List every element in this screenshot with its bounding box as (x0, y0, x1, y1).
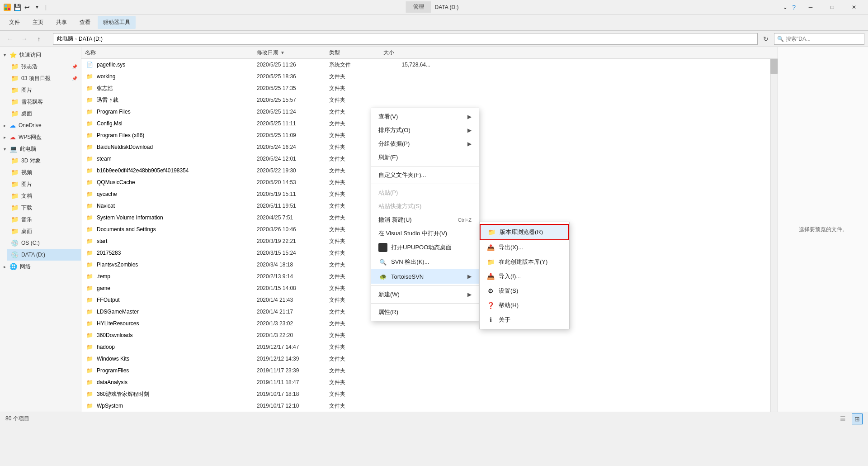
table-row[interactable]: 📁WpSystem2019/10/17 12:10文件夹 (81, 400, 778, 412)
sidebar-item-thispc[interactable]: ▾ 💻 此电脑 (0, 143, 81, 155)
ctx-sep2 (371, 184, 479, 184)
col-header-date[interactable]: 修改日期 ▼ (257, 49, 329, 57)
submenu-help[interactable]: ❓ 帮助(H) (480, 298, 569, 313)
submenu-repo-browser[interactable]: 📁 版本库浏览器(R) (480, 224, 569, 240)
sidebar-label-doc: 文档 (21, 192, 32, 200)
sidebar-item-network[interactable]: ▸ 🌐 网络 (0, 261, 81, 272)
menu-file[interactable]: 文件 (4, 16, 25, 29)
col-header-size[interactable]: 大小 (383, 49, 438, 57)
sidebar-item-project[interactable]: 📁 03 项目日报 📌 (7, 72, 81, 84)
file-type: 文件夹 (329, 402, 383, 410)
file-date: 2020/5/20 14:53 (257, 179, 329, 185)
menu-home[interactable]: 主页 (27, 16, 49, 29)
help-icon[interactable]: ? (792, 4, 796, 11)
ctx-paste[interactable]: 粘贴(P) (371, 186, 479, 200)
sidebar-item-music[interactable]: 📁 音乐 (7, 214, 81, 225)
sidebar-label-onedrive: OneDrive (19, 122, 42, 128)
ctx-properties[interactable]: 属性(R) (371, 305, 479, 319)
table-row[interactable]: 📁360游戏管家辉程时刻2019/10/17 18:18文件夹 (81, 388, 778, 400)
ctx-view-label: 查看(V) (378, 113, 398, 121)
ctx-customize[interactable]: 自定义文件夹(F)... (371, 168, 479, 182)
ctx-sort[interactable]: 排序方式(O) ▶ (371, 124, 479, 137)
sidebar-item-video[interactable]: 📁 视频 (7, 166, 81, 178)
sidebar-item-desktop2[interactable]: 📁 桌面 (7, 225, 81, 237)
ctx-group[interactable]: 分组依据(P) ▶ (371, 137, 479, 151)
folder-icon: 📁 (11, 110, 19, 117)
undo-icon[interactable]: ↩ (23, 3, 32, 12)
search-input[interactable] (786, 36, 861, 42)
table-row[interactable]: 📁360Downloads2020/1/3 22:20文件夹 (81, 329, 778, 341)
table-row[interactable]: 📁Windows Kits2019/12/12 14:39文件夹 (81, 353, 778, 365)
scrollbar-track[interactable] (770, 47, 778, 412)
col-header-type[interactable]: 类型 (329, 49, 383, 57)
address-path: 此电脑 › DATA (D:) (57, 35, 103, 43)
submenu-about[interactable]: ℹ 关于 (480, 313, 569, 327)
ctx-svn-checkout[interactable]: 🔍 SVN 检出(K)... (371, 255, 479, 269)
sidebar-item-zhangzhihao[interactable]: 📁 张志浩 📌 (7, 61, 81, 72)
tortoise-submenu: 📁 版本库浏览器(R) 📤 导出(X)... 📁 在此创建版本库(Y) 📥 导入… (479, 222, 570, 329)
folder-icon: 📁 (85, 331, 94, 340)
onedrive-icon: ☁ (9, 122, 16, 129)
maximize-button[interactable]: □ (822, 0, 843, 14)
up-button[interactable]: ↑ (33, 33, 45, 45)
ctx-refresh[interactable]: 刷新(E) (371, 151, 479, 164)
file-name: 360Downloads (97, 332, 257, 338)
sidebar-item-3d[interactable]: 📁 3D 对象 (7, 155, 81, 166)
table-row[interactable]: 📁hadoop2019/12/17 14:47文件夹 (81, 341, 778, 353)
table-row[interactable]: 📁ProgramFiles2019/11/17 23:39文件夹 (81, 365, 778, 376)
table-row[interactable]: 📁dataAnalysis2019/11/11 18:47文件夹 (81, 376, 778, 388)
sidebar-item-c[interactable]: 💿 OS (C:) (7, 237, 81, 249)
ctx-tortoisesvn[interactable]: 🐢 TortoiseSVN ▶ (371, 269, 479, 284)
save-icon[interactable]: 💾 (13, 3, 22, 12)
address-input[interactable]: 此电脑 › DATA (D:) (53, 33, 758, 45)
ctx-vscode[interactable]: 在 Visual Studio 中打开(V) (371, 227, 479, 240)
app-icon (4, 4, 11, 11)
list-view-btn[interactable]: ☰ (837, 414, 848, 424)
file-name: QQMusicCache (97, 179, 257, 185)
sidebar-item-doc[interactable]: 📁 文档 (7, 190, 81, 202)
ctx-upupoo[interactable]: 打开UPUPOO动态桌面 (371, 240, 479, 255)
table-row[interactable]: 📁迅雷下载2020/5/25 15:57文件夹 (81, 94, 778, 106)
back-button[interactable]: ← (4, 33, 16, 45)
minimize-button[interactable]: ─ (800, 0, 821, 14)
ctx-view[interactable]: 查看(V) ▶ (371, 110, 479, 124)
table-row[interactable]: 📁working2020/5/25 18:36文件夹 (81, 71, 778, 82)
search-box[interactable]: 🔍 (774, 33, 864, 45)
sidebar-item-pictures[interactable]: 📁 图片 (7, 84, 81, 96)
sidebar-label-desktop2: 桌面 (21, 228, 32, 235)
ctx-undo[interactable]: 撤消 新建(U) Ctrl+Z (371, 213, 479, 227)
submenu-export[interactable]: 📤 导出(X)... (480, 240, 569, 255)
ribbon-toggle[interactable]: ⌄ (783, 4, 788, 10)
sidebar-item-quick-access[interactable]: ▾ ⭐ 快速访问 (0, 49, 81, 61)
menu-share[interactable]: 共享 (51, 16, 72, 29)
ctx-arrow: ▶ (467, 114, 472, 120)
submenu-create-repo[interactable]: 📁 在此创建版本库(Y) (480, 255, 569, 269)
close-button[interactable]: ✕ (844, 0, 864, 14)
file-name: steam (97, 156, 257, 162)
sidebar-item-wps[interactable]: ▸ ☁ WPS网盘 (0, 131, 81, 143)
ctx-paste-shortcut[interactable]: 粘贴快捷方式(S) (371, 200, 479, 213)
ctx-new[interactable]: 新建(W) ▶ (371, 288, 479, 301)
detail-view-btn[interactable]: ⊞ (852, 414, 863, 424)
table-row[interactable]: 📁张志浩2020/5/25 17:35文件夹 (81, 82, 778, 94)
menu-view[interactable]: 查看 (74, 16, 96, 29)
sidebar-item-desktop[interactable]: 📁 桌面 (7, 108, 81, 119)
menu-drive-tools[interactable]: 驱动器工具 (98, 16, 136, 29)
tab-manage[interactable]: 管理 (406, 1, 431, 13)
file-date: 2020/5/25 11:26 (257, 62, 329, 68)
sidebar-item-download[interactable]: 📁 下载 (7, 202, 81, 214)
sidebar-item-pic[interactable]: 📁 图片 (7, 178, 81, 190)
col-header-name[interactable]: 名称 (85, 49, 257, 57)
sidebar-item-onedrive[interactable]: ▸ ☁ OneDrive (0, 119, 81, 131)
sidebar-item-d[interactable]: 💿 DATA (D:) (7, 249, 81, 261)
table-row[interactable]: 📄pagefile.sys2020/5/25 11:26系统文件15,728,6… (81, 59, 778, 71)
sidebar-item-xuehua[interactable]: 📁 雪花飘客 (7, 96, 81, 108)
refresh-button[interactable]: ↻ (760, 33, 772, 45)
sidebar-label-xuehua: 雪花飘客 (21, 98, 43, 106)
forward-button[interactable]: → (18, 33, 31, 45)
submenu-import[interactable]: 📥 导入(I)... (480, 269, 569, 284)
submenu-settings[interactable]: ⚙ 设置(S) (480, 284, 569, 298)
down-arrow-icon[interactable]: ▼ (33, 3, 42, 12)
svg-rect-3 (8, 8, 10, 10)
path-computer: 此电脑 (57, 35, 73, 43)
